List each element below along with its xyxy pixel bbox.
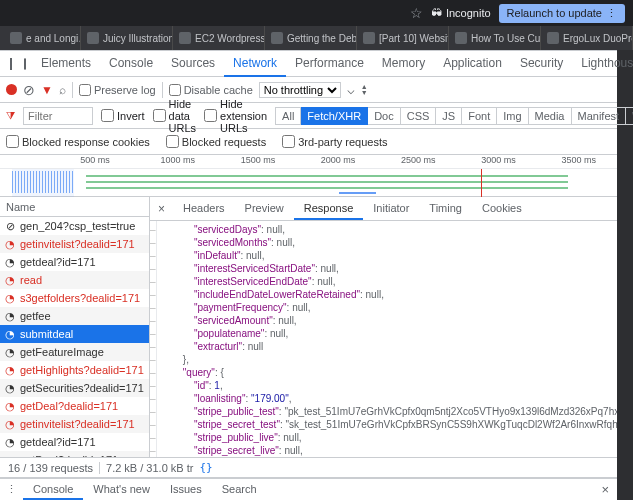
detail-tab-response[interactable]: Response [294,198,364,220]
request-status-icon: ◔ [4,418,16,431]
request-row[interactable]: ◔getdeal?id=171 [0,253,149,271]
browser-tab[interactable]: e and Longi… [4,26,81,50]
invert-checkbox[interactable]: Invert [101,109,145,122]
preserve-log-checkbox[interactable]: Preserve log [79,84,156,96]
disable-cache-checkbox[interactable]: Disable cache [169,84,253,96]
type-filter-css[interactable]: CSS [401,107,437,125]
device-toggle-icon[interactable] [24,58,26,70]
devtools-tab-console[interactable]: Console [100,51,162,77]
type-filter-manifest[interactable]: Manifest [572,107,627,125]
type-filter-media[interactable]: Media [529,107,572,125]
type-filter-fetch-xhr[interactable]: Fetch/XHR [301,107,368,125]
favicon [455,32,467,44]
drawer-tabbar: ⋮ ConsoleWhat's newIssuesSearch × [0,478,617,500]
blocked-requests-checkbox[interactable]: Blocked requests [166,135,266,148]
request-row[interactable]: ◔getDeal?dealid=171 [0,451,149,457]
request-count: 16 / 139 requests [8,462,93,474]
drawer-menu-icon[interactable]: ⋮ [0,483,23,496]
filter-funnel-icon[interactable]: ⧩ [6,109,15,122]
drawer-tab-console[interactable]: Console [23,480,83,500]
browser-tab[interactable]: EC2 Wordpress … [173,26,265,50]
name-column-header[interactable]: Name [0,197,149,217]
devtools-panel: ElementsConsoleSourcesNetworkPerformance… [0,50,617,500]
type-filter-js[interactable]: JS [436,107,462,125]
timeline-body [0,169,617,197]
detail-close-icon[interactable]: × [150,202,173,216]
request-row[interactable]: ◔getFeatureImage [0,343,149,361]
request-row[interactable]: ◔getfee [0,307,149,325]
devtools-tab-memory[interactable]: Memory [373,51,434,77]
request-name: submitdeal [20,328,73,340]
request-row[interactable]: ◔getdeal?id=171 [0,433,149,451]
request-row[interactable]: ◔submitdeal [0,325,149,343]
devtools-tab-sources[interactable]: Sources [162,51,224,77]
pretty-print-icon[interactable]: {} [199,461,212,474]
devtools-tab-lighthouse[interactable]: Lighthouse [572,51,633,77]
type-filter-font[interactable]: Font [462,107,497,125]
search-icon[interactable]: ⌕ [59,83,66,97]
browser-tab[interactable]: Getting the Debia… [265,26,357,50]
detail-tab-preview[interactable]: Preview [235,198,294,220]
third-party-checkbox[interactable]: 3rd-party requests [282,135,387,148]
throttling-select[interactable]: No throttling [259,82,341,98]
browser-tab[interactable]: ErgoLux DuoPro H… [541,26,633,50]
devtools-tab-security[interactable]: Security [511,51,572,77]
type-filter-all[interactable]: All [275,107,301,125]
drawer-tab-issues[interactable]: Issues [160,480,212,500]
request-name: getinvitelist?dealid=171 [20,418,135,430]
request-row[interactable]: ◔read [0,271,149,289]
drawer-tab-search[interactable]: Search [212,480,267,500]
tab-label: Getting the Debia… [287,33,357,44]
network-toolbar-2: ⧩ Invert Hide data URLs Hide extension U… [0,103,617,129]
relaunch-button[interactable]: Relaunch to update ⋮ [499,4,625,23]
favicon [10,32,22,44]
detail-tab-headers[interactable]: Headers [173,198,235,220]
bookmark-star-icon[interactable]: ☆ [410,5,423,21]
devtools-tab-application[interactable]: Application [434,51,511,77]
devtools-tab-performance[interactable]: Performance [286,51,373,77]
blocked-cookies-checkbox[interactable]: Blocked response cookies [6,135,150,148]
record-icon[interactable] [6,84,17,95]
request-row[interactable]: ◔getDeal?dealid=171 [0,397,149,415]
request-row[interactable]: ◔getinvitelist?dealid=171 [0,235,149,253]
request-row[interactable]: ◔getinvitelist?dealid=171 [0,415,149,433]
filter-input[interactable] [23,107,93,125]
request-status-icon: ◔ [4,310,16,323]
network-conditions-icon[interactable]: ⌵ [347,82,355,97]
drawer-tab-what-s-new[interactable]: What's new [83,480,160,500]
network-toolbar-1: ⊘ ▼ ⌕ Preserve log Disable cache No thro… [0,77,617,103]
clear-icon[interactable]: ⊘ [23,82,35,98]
browser-tab[interactable]: [Part 10] Website i… [357,26,449,50]
detail-tab-timing[interactable]: Timing [419,198,472,220]
request-row[interactable]: ◔s3getfolders?dealid=171 [0,289,149,307]
network-timeline[interactable]: 500 ms1000 ms1500 ms2000 ms2500 ms3000 m… [0,155,617,197]
browser-tab[interactable]: Juicy Illustrations |… [81,26,173,50]
favicon [547,32,559,44]
detail-tab-cookies[interactable]: Cookies [472,198,532,220]
drawer-close-icon[interactable]: × [593,482,617,497]
devtools-tab-network[interactable]: Network [224,51,286,77]
relaunch-label: Relaunch to update [507,7,602,19]
devtools-tab-elements[interactable]: Elements [32,51,100,77]
browser-tab[interactable]: How To Use Custo… [449,26,541,50]
detail-tab-initiator[interactable]: Initiator [363,198,419,220]
type-filter-doc[interactable]: Doc [368,107,401,125]
inspect-icon[interactable] [10,58,12,70]
request-name: read [20,274,42,286]
request-row[interactable]: ⊘gen_204?csp_test=true [0,217,149,235]
filter-toggle-icon[interactable]: ▼ [41,83,53,97]
request-status-icon: ◔ [4,346,16,359]
request-name: s3getfolders?dealid=171 [20,292,140,304]
import-export-icon[interactable]: ▲▼ [361,84,368,96]
request-row[interactable]: ◔getSecurities?dealid=171 [0,379,149,397]
type-filter-group: AllFetch/XHRDocCSSJSFontImgMediaManifest… [275,107,633,125]
request-status-icon: ◔ [4,238,16,251]
request-row[interactable]: ◔getHighlights?dealid=171 [0,361,149,379]
favicon [363,32,375,44]
detail-tabs: × HeadersPreviewResponseInitiatorTimingC… [150,197,617,221]
request-status-icon: ◔ [4,364,16,377]
type-filter-ws[interactable]: WS [626,107,633,125]
response-body[interactable]: "servicedDays": null, "servicedMonths": … [157,221,617,457]
type-filter-img[interactable]: Img [497,107,528,125]
request-status-icon: ◔ [4,454,16,458]
